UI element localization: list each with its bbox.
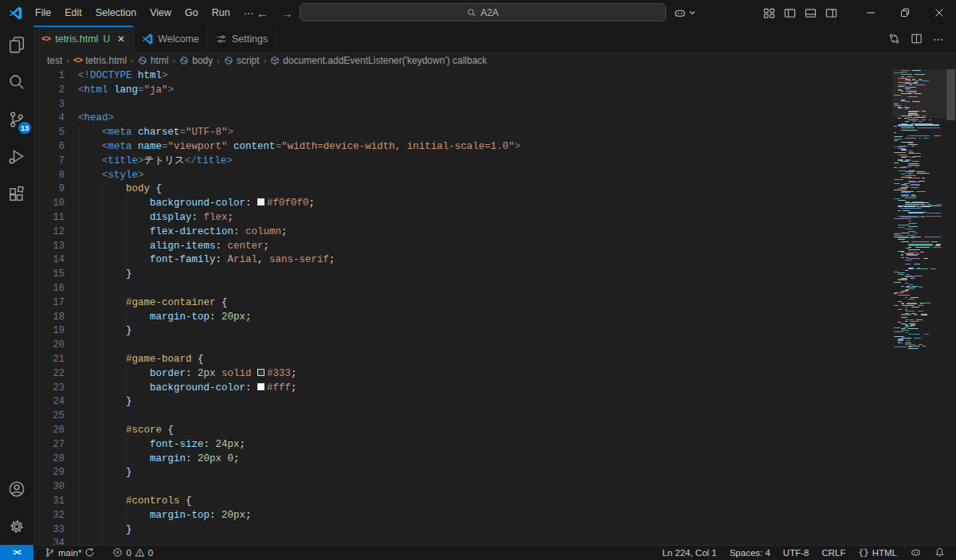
close-window-button[interactable]	[922, 0, 956, 25]
code-line[interactable]: 15}	[33, 268, 892, 282]
tab-welcome[interactable]: Welcome	[134, 25, 208, 52]
command-center-search[interactable]: A2A	[300, 3, 666, 22]
code-line[interactable]: 28margin: 20px 0;	[33, 452, 892, 467]
breadcrumb-symbol-callback[interactable]: document.addEventListener('keydown') cal…	[270, 55, 487, 66]
menu-go[interactable]: Go	[178, 5, 205, 22]
minimap[interactable]	[892, 69, 946, 545]
remote-indicator[interactable]: ><	[0, 545, 33, 560]
code-line[interactable]: 1<!DOCTYPE html>	[33, 69, 892, 84]
code-lines[interactable]: 1<!DOCTYPE html>2<html lang="ja">34<head…	[33, 69, 892, 545]
menu-selection[interactable]: Selection	[89, 5, 143, 22]
code-line[interactable]: 17#game-container {	[33, 296, 892, 311]
line-number: 3	[33, 98, 78, 112]
title-bar: File Edit Selection View Go Run ⋯ ← → A2…	[0, 0, 956, 25]
cursor-position[interactable]: Ln 224, Col 1	[656, 545, 723, 560]
restore-button[interactable]	[887, 0, 922, 25]
copilot-status-icon[interactable]	[903, 545, 928, 560]
toggle-secondary-sidebar-icon[interactable]	[825, 7, 837, 19]
code-line[interactable]: 33}	[33, 523, 892, 538]
language-mode[interactable]: {} HTML	[852, 545, 903, 560]
menu-bar: File Edit Selection View Go Run ⋯	[29, 5, 260, 22]
account-icon[interactable]	[0, 470, 33, 507]
open-changes-icon[interactable]	[888, 33, 900, 45]
run-debug-icon[interactable]	[0, 138, 33, 175]
code-line[interactable]: 11display: flex;	[33, 211, 892, 225]
minimize-button[interactable]	[853, 0, 887, 25]
code-line[interactable]: 29}	[33, 466, 892, 480]
code-line[interactable]: 3	[33, 98, 892, 112]
code-line[interactable]: 5<meta charset="UTF-8">	[33, 126, 892, 140]
symbol-element-icon	[138, 56, 147, 65]
code-line[interactable]: 22border: 2px solid #333;	[33, 367, 892, 382]
indentation-status[interactable]: Spaces: 4	[723, 545, 777, 560]
extensions-icon[interactable]	[0, 175, 33, 213]
menu-run[interactable]: Run	[206, 5, 237, 22]
notifications-bell-icon[interactable]	[928, 545, 951, 560]
html-file-icon: <>	[41, 34, 50, 44]
error-icon	[112, 547, 123, 558]
code-line[interactable]: 7<title>テトリス</title>	[33, 155, 892, 169]
code-line[interactable]: 32margin-top: 20px;	[33, 509, 892, 523]
code-line[interactable]: 31#controls {	[33, 495, 892, 509]
code-line[interactable]: 2<html lang="ja">	[33, 84, 892, 98]
search-sidebar-icon[interactable]	[0, 63, 33, 100]
back-arrow-icon[interactable]: ←	[257, 6, 268, 20]
code-line[interactable]: 34	[33, 537, 892, 545]
breadcrumb-file[interactable]: <>tetris.html	[73, 55, 127, 66]
branch-status[interactable]: main*	[40, 545, 100, 560]
explorer-icon[interactable]	[0, 25, 33, 63]
close-tab-icon[interactable]: ✕	[117, 33, 125, 45]
code-line[interactable]: 12flex-direction: column;	[33, 225, 892, 240]
code-line[interactable]: 23background-color: #fff;	[33, 382, 892, 396]
line-number: 28	[33, 452, 78, 467]
code-line[interactable]: 9body {	[33, 182, 892, 197]
breadcrumb-symbol-script[interactable]: script	[224, 55, 260, 66]
customize-layout-icon[interactable]	[763, 7, 775, 19]
code-line[interactable]: 18margin-top: 20px;	[33, 311, 892, 325]
encoding-status[interactable]: UTF-8	[777, 545, 816, 560]
vscode-file-icon	[142, 33, 153, 45]
line-number: 34	[33, 537, 78, 545]
split-editor-icon[interactable]	[911, 33, 923, 45]
code-line[interactable]: 20	[33, 339, 892, 353]
code-line[interactable]: 25	[33, 409, 892, 424]
line-number: 32	[33, 509, 78, 523]
eol-status[interactable]: CRLF	[815, 545, 852, 560]
code-editor[interactable]: 1<!DOCTYPE html>2<html lang="ja">34<head…	[33, 69, 956, 545]
settings-gear-icon[interactable]	[0, 507, 33, 545]
forward-arrow-icon[interactable]: →	[281, 6, 293, 20]
tab-settings[interactable]: Settings	[208, 25, 276, 52]
code-line[interactable]: 30	[33, 480, 892, 495]
code-line[interactable]: 21#game-board {	[33, 353, 892, 367]
more-actions-icon[interactable]: ⋯	[933, 33, 945, 45]
vscode-logo-icon	[9, 6, 22, 20]
scrollbar-thumb[interactable]	[946, 69, 955, 120]
code-line[interactable]: 8<style>	[33, 169, 892, 183]
code-line[interactable]: 27font-size: 24px;	[33, 438, 892, 452]
toggle-panel-icon[interactable]	[805, 7, 817, 19]
breadcrumb-symbol-html[interactable]: html	[138, 55, 169, 66]
code-line[interactable]: 6<meta name="viewport" content="width=de…	[33, 140, 892, 155]
problems-status[interactable]: 0 0	[108, 545, 158, 560]
toggle-sidebar-icon[interactable]	[784, 7, 796, 19]
code-line[interactable]: 14font-family: Arial, sans-serif;	[33, 253, 892, 268]
breadcrumb-folder[interactable]: test	[47, 55, 62, 66]
code-line[interactable]: 10background-color: #f0f0f0;	[33, 197, 892, 211]
line-number: 30	[33, 480, 78, 495]
tab-tetris-html[interactable]: <> tetris.html U ✕	[33, 25, 134, 52]
code-line[interactable]: 24}	[33, 395, 892, 409]
status-bar: >< main* 0 0 Ln 224, Col 1 Spaces: 4 UTF…	[0, 545, 956, 560]
code-line[interactable]: 16	[33, 282, 892, 296]
menu-file[interactable]: File	[29, 5, 57, 22]
copilot-button[interactable]	[673, 4, 695, 22]
code-line[interactable]: 4<head>	[33, 112, 892, 126]
code-line[interactable]: 26#score {	[33, 424, 892, 438]
editor-scrollbar[interactable]	[946, 69, 956, 545]
menu-view[interactable]: View	[143, 5, 178, 22]
tab-label: Settings	[232, 33, 268, 45]
breadcrumb-symbol-body[interactable]: body	[179, 55, 213, 66]
code-line[interactable]: 19}	[33, 324, 892, 339]
menu-edit[interactable]: Edit	[58, 5, 88, 22]
code-line[interactable]: 13align-items: center;	[33, 240, 892, 254]
source-control-icon[interactable]: 13	[0, 100, 33, 138]
